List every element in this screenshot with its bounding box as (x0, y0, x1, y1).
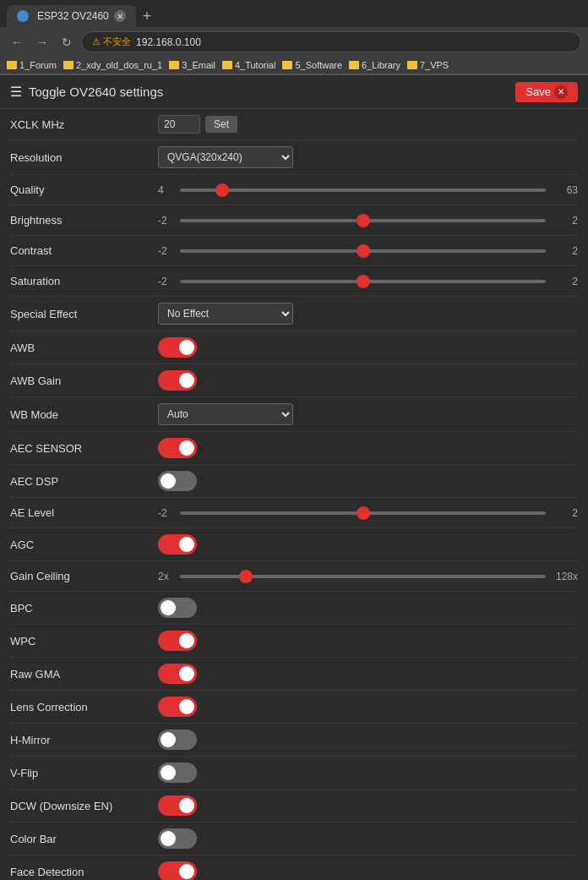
lens-correction-toggle[interactable] (158, 697, 197, 717)
nav-bar: ← → ↻ ⚠ 不安全 192.168.0.100 (0, 27, 588, 57)
aec-sensor-label: AEC SENSOR (10, 442, 158, 455)
bookmark-forum[interactable]: 1_Forum (7, 60, 57, 70)
forward-button[interactable]: → (32, 34, 52, 51)
bookmark-software[interactable]: 5_Software (282, 60, 342, 70)
hmirror-control (158, 730, 578, 750)
wpc-control (158, 631, 578, 651)
contrast-control: -2 2 (158, 245, 578, 257)
xclk-input[interactable] (158, 115, 200, 134)
quality-control: 4 63 (158, 184, 578, 196)
xclk-set-button[interactable]: Set (205, 116, 237, 133)
settings-panel: XCLK MHz Set Resolution QVGA(320x240) VG… (0, 109, 588, 880)
gain-ceiling-control: 2x 128x (158, 571, 578, 582)
tab-title: ESP32 OV2460 (37, 10, 109, 22)
insecure-badge: ⚠ 不安全 (92, 36, 131, 48)
agc-control (158, 534, 578, 555)
save-close-icon[interactable]: ✕ (554, 85, 568, 99)
quality-slider[interactable] (180, 189, 546, 192)
bookmark-email[interactable]: 3_Email (169, 60, 215, 70)
address-bar[interactable]: ⚠ 不安全 192.168.0.100 (81, 31, 581, 52)
saturation-label: Saturation (10, 275, 158, 287)
bookmark-tutorial[interactable]: 4_Tutorial (222, 60, 276, 70)
contrast-row: Contrast -2 2 (10, 236, 578, 266)
xclk-control: Set (158, 115, 578, 134)
ae-level-row: AE Level -2 2 (10, 498, 578, 528)
contrast-slider[interactable] (180, 249, 546, 253)
color-bar-slider (158, 828, 197, 849)
active-tab[interactable]: ESP32 OV2460 ✕ (7, 5, 136, 27)
brightness-min: -2 (158, 215, 175, 227)
xclk-row: XCLK MHz Set (10, 109, 578, 140)
bookmarks-bar: 1_Forum 2_xdy_old_dos_ru_1 3_Email 4_Tut… (0, 57, 588, 74)
resolution-row: Resolution QVGA(320x240) VGA(640x480) SV… (10, 140, 578, 175)
color-bar-control (158, 828, 578, 849)
back-button[interactable]: ← (7, 34, 27, 51)
saturation-slider[interactable] (180, 280, 546, 283)
dcw-label: DCW (Downsize EN) (10, 800, 158, 812)
new-tab-button[interactable]: + (139, 8, 155, 25)
ae-level-slider[interactable] (180, 511, 546, 515)
agc-toggle[interactable] (158, 534, 197, 555)
raw-gma-toggle[interactable] (158, 664, 197, 684)
aec-sensor-toggle[interactable] (158, 438, 197, 458)
resolution-label: Resolution (10, 151, 158, 164)
hmirror-row: H-Mirror (10, 724, 578, 757)
agc-label: AGC (10, 538, 158, 551)
gain-ceiling-slider[interactable] (180, 575, 546, 578)
awb-gain-slider (158, 370, 197, 391)
tab-favicon (17, 10, 29, 22)
awb-row: AWB (10, 331, 578, 364)
save-button[interactable]: Save ✕ (515, 82, 578, 102)
bookmark-library[interactable]: 6_Library (349, 60, 400, 70)
wb-mode-select[interactable]: Auto Sunny Cloudy Office Home (158, 403, 293, 425)
hamburger-icon[interactable]: ☰ (10, 84, 22, 100)
hmirror-label: H-Mirror (10, 734, 158, 746)
quality-row: Quality 4 63 (10, 175, 578, 205)
raw-gma-label: Raw GMA (10, 668, 158, 680)
brightness-slider[interactable] (180, 219, 546, 222)
special-effect-row: Special Effect No Effect Negative Graysc… (10, 297, 578, 331)
aec-dsp-control (158, 471, 578, 491)
gain-ceiling-min: 2x (158, 571, 175, 582)
bookmark-vps[interactable]: 7_VPS (407, 60, 449, 70)
aec-dsp-label: AEC DSP (10, 475, 158, 488)
contrast-label: Contrast (10, 244, 158, 257)
vflip-toggle[interactable] (158, 762, 197, 783)
lens-correction-slider (158, 697, 197, 717)
lens-correction-row: Lens Correction (10, 691, 578, 724)
color-bar-toggle[interactable] (158, 828, 197, 849)
wpc-toggle[interactable] (158, 631, 197, 651)
quality-min: 4 (158, 184, 175, 196)
resolution-select[interactable]: QVGA(320x240) VGA(640x480) SVGA(800x600)… (158, 146, 293, 168)
xclk-label: XCLK MHz (10, 118, 158, 131)
ae-level-max: 2 (551, 507, 578, 519)
awb-toggle[interactable] (158, 337, 197, 358)
dcw-row: DCW (Downsize EN) (10, 790, 578, 823)
brightness-control: -2 2 (158, 215, 578, 227)
bpc-toggle[interactable] (158, 598, 197, 618)
bookmark-xdy[interactable]: 2_xdy_old_dos_ru_1 (63, 60, 162, 70)
wpc-slider (158, 631, 197, 651)
aec-dsp-toggle[interactable] (158, 471, 197, 491)
special-effect-control: No Effect Negative Grayscale Red Tint Gr… (158, 303, 578, 325)
brightness-label: Brightness (10, 214, 158, 227)
contrast-min: -2 (158, 245, 175, 257)
raw-gma-row: Raw GMA (10, 658, 578, 691)
reload-button[interactable]: ↻ (57, 34, 76, 51)
face-detection-row: Face Detection (10, 855, 578, 880)
awb-slider (158, 337, 197, 358)
aec-sensor-control (158, 438, 578, 458)
awb-gain-control (158, 370, 578, 391)
ae-level-min: -2 (158, 507, 175, 519)
awb-gain-toggle[interactable] (158, 370, 197, 391)
tab-close-btn[interactable]: ✕ (114, 10, 126, 22)
special-effect-select[interactable]: No Effect Negative Grayscale Red Tint Gr… (158, 303, 293, 325)
face-detection-slider (158, 861, 197, 880)
dcw-toggle[interactable] (158, 795, 197, 816)
vflip-slider (158, 762, 197, 783)
ae-level-label: AE Level (10, 506, 158, 519)
wb-mode-row: WB Mode Auto Sunny Cloudy Office Home (10, 397, 578, 432)
brightness-row: Brightness -2 2 (10, 205, 578, 236)
face-detection-toggle[interactable] (158, 861, 197, 880)
hmirror-toggle[interactable] (158, 730, 197, 750)
